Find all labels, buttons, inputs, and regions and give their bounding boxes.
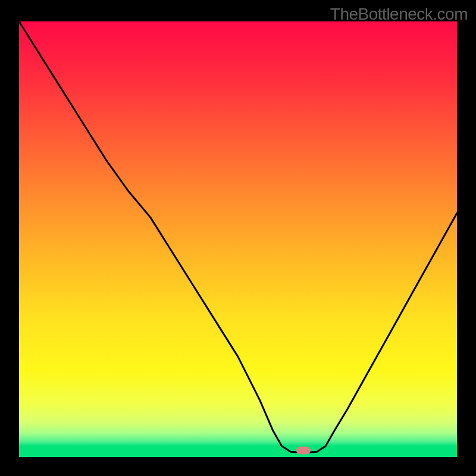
curve-svg [19,21,457,457]
minimum-marker-pill [296,447,311,455]
chart-frame: TheBottleneck.com [0,0,476,476]
watermark-text: TheBottleneck.com [330,5,468,24]
bottleneck-curve [19,21,457,453]
plot-area [19,21,457,457]
